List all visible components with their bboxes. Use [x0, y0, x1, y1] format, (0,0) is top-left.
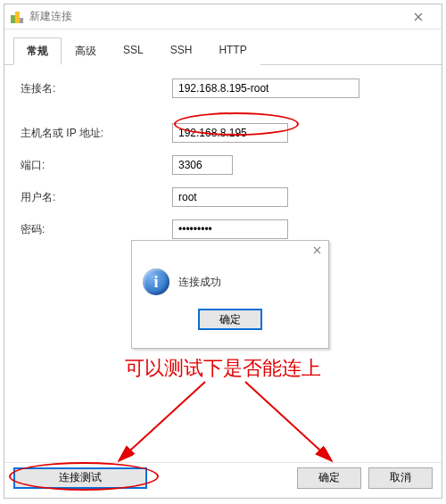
tab-advanced[interactable]: 高级 — [62, 37, 110, 65]
label-port: 端口: — [21, 158, 172, 173]
annotation-text: 可以测试下是否能连上 — [0, 355, 446, 382]
window-close-button[interactable] — [401, 5, 436, 29]
svg-rect-0 — [11, 15, 15, 23]
window-title: 新建连接 — [29, 9, 72, 24]
message-dialog: i 连接成功 确定 — [131, 240, 329, 349]
app-icon — [10, 10, 24, 24]
tab-bar: 常规 高级 SSL SSH HTTP — [4, 29, 442, 65]
input-connection-name[interactable] — [172, 78, 359, 98]
input-user[interactable] — [172, 187, 288, 207]
tab-ssl[interactable]: SSL — [110, 37, 157, 65]
message-ok-button[interactable]: 确定 — [198, 309, 262, 330]
titlebar: 新建连接 — [4, 4, 442, 29]
label-password: 密码: — [21, 222, 172, 237]
svg-rect-1 — [15, 12, 20, 23]
test-connection-button[interactable]: 连接测试 — [13, 467, 147, 489]
tab-ssh[interactable]: SSH — [157, 37, 206, 65]
tab-general[interactable]: 常规 — [13, 37, 62, 65]
message-text: 连接成功 — [178, 275, 221, 290]
tab-http[interactable]: HTTP — [205, 37, 260, 65]
message-close-button[interactable] — [313, 244, 321, 257]
input-port[interactable] — [172, 155, 233, 175]
dialog-footer: 连接测试 确定 取消 — [4, 462, 442, 492]
info-icon: i — [143, 269, 169, 295]
label-host: 主机名或 IP 地址: — [21, 126, 172, 141]
input-password[interactable] — [172, 219, 288, 239]
label-connection-name: 连接名: — [21, 81, 172, 96]
svg-rect-2 — [20, 18, 23, 23]
dialog-window: 新建连接 常规 高级 SSL SSH HTTP 连接名: 主机名或 IP 地址:… — [4, 4, 442, 499]
cancel-button[interactable]: 取消 — [368, 467, 433, 489]
label-user: 用户名: — [21, 190, 172, 205]
ok-button[interactable]: 确定 — [297, 467, 361, 489]
input-host[interactable] — [172, 123, 288, 143]
